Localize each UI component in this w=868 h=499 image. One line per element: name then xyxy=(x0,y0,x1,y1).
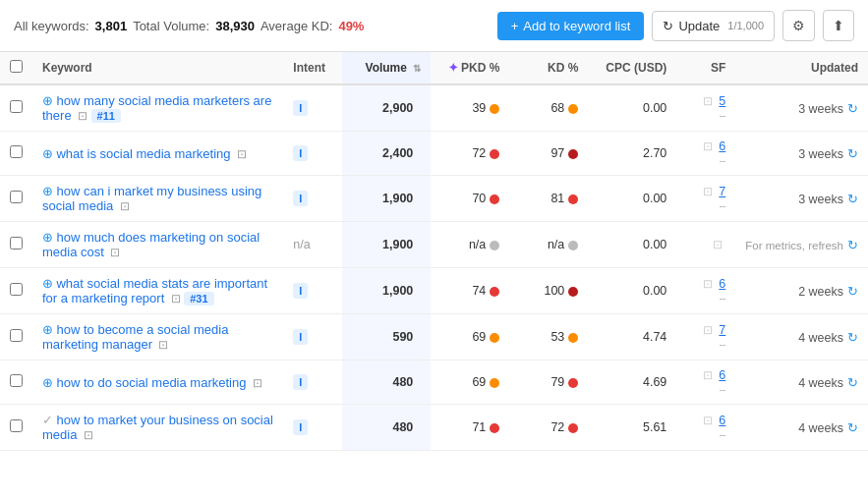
add-keyword-icon[interactable]: ⊕ xyxy=(42,323,53,337)
serp-small-icon[interactable]: ⊡ xyxy=(703,94,713,108)
intent-cell: I xyxy=(283,405,342,451)
keyword-link[interactable]: how to do social media marketing xyxy=(56,375,246,390)
sf-value[interactable]: 6 xyxy=(719,139,725,153)
serp-icon[interactable]: ⊡ xyxy=(78,109,87,123)
sf-value[interactable]: 7 xyxy=(719,323,725,337)
serp-icon[interactable]: ⊡ xyxy=(84,428,93,442)
row-checkbox-cell[interactable] xyxy=(0,176,32,222)
volume-cell: 2,900 xyxy=(342,84,431,132)
sf-value[interactable]: 6 xyxy=(719,277,725,291)
add-keyword-icon[interactable]: ⊕ xyxy=(42,94,53,108)
intent-cell: n/a xyxy=(283,222,342,268)
row-checkbox-cell[interactable] xyxy=(0,222,32,268)
row-checkbox-cell[interactable] xyxy=(0,360,32,405)
pkd-col-header[interactable]: ✦ PKD % xyxy=(431,52,509,84)
intent-col-header: Intent xyxy=(283,52,342,84)
updated-cell: 2 weeks↻ xyxy=(735,268,868,314)
updated-cell: 3 weeks↻ xyxy=(735,84,868,132)
row-checkbox[interactable] xyxy=(10,191,23,203)
pkd-dot xyxy=(490,149,499,159)
volume-sort-icon: ⇅ xyxy=(413,63,421,74)
sf-value[interactable]: 5 xyxy=(719,94,725,108)
keyword-link[interactable]: what is social media marketing xyxy=(56,146,230,161)
table-row: ⊕ how to become a social media marketing… xyxy=(0,314,868,360)
refresh-icon[interactable]: ↻ xyxy=(847,192,858,206)
sf-value[interactable]: 7 xyxy=(719,185,725,198)
keyword-link[interactable]: how can i market my business using socia… xyxy=(42,184,261,213)
refresh-icon[interactable]: ↻ xyxy=(847,420,858,435)
pkd-dot xyxy=(490,194,499,204)
add-to-keyword-list-button[interactable]: + Add to keyword list xyxy=(497,12,645,40)
row-checkbox[interactable] xyxy=(10,374,23,387)
refresh-icon[interactable]: ↻ xyxy=(847,375,858,390)
metrics-refresh-icon[interactable]: ↻ xyxy=(847,238,858,252)
row-checkbox[interactable] xyxy=(10,329,23,342)
add-keyword-icon[interactable]: ⊕ xyxy=(42,277,53,291)
add-keyword-icon[interactable]: ✓ xyxy=(42,414,53,427)
add-keyword-icon[interactable]: ⊕ xyxy=(42,231,53,245)
top-actions: + Add to keyword list ↻ Update 1/1,000 ⚙… xyxy=(497,10,854,41)
updated-cell: For metrics, refresh↻ xyxy=(735,222,868,268)
keyword-link[interactable]: how to market your business on social me… xyxy=(42,413,273,442)
add-keyword-icon[interactable]: ⊕ xyxy=(42,376,53,390)
row-checkbox[interactable] xyxy=(10,100,23,113)
refresh-icon[interactable]: ↻ xyxy=(847,146,858,161)
serp-small-icon[interactable]: ⊡ xyxy=(703,185,713,198)
serp-icon[interactable]: ⊡ xyxy=(237,147,247,161)
update-button[interactable]: ↻ Update 1/1,000 xyxy=(652,11,775,41)
cpc-cell: 4.74 xyxy=(588,314,676,360)
row-checkbox[interactable] xyxy=(10,237,23,250)
kd-col-header[interactable]: KD % xyxy=(509,52,588,84)
row-checkbox-cell[interactable] xyxy=(0,405,32,451)
refresh-icon[interactable]: ↻ xyxy=(847,330,858,345)
serp-small-icon[interactable]: ⊡ xyxy=(703,277,713,291)
sf-sub: -- xyxy=(720,110,726,121)
row-checkbox-cell[interactable] xyxy=(0,84,32,132)
serp-icon[interactable]: ⊡ xyxy=(171,292,181,305)
row-checkbox[interactable] xyxy=(10,283,23,296)
serp-small-icon[interactable]: ⊡ xyxy=(703,139,713,153)
keyword-link[interactable]: how many social media marketers are ther… xyxy=(42,93,271,123)
settings-button[interactable]: ⚙ xyxy=(782,10,815,41)
serp-icon[interactable]: ⊡ xyxy=(120,199,130,213)
pkd-dot xyxy=(490,287,499,297)
keyword-link[interactable]: how much does marketing on social media … xyxy=(42,230,260,259)
volume-col-header[interactable]: Volume ⇅ xyxy=(342,52,431,84)
kd-dot xyxy=(568,378,578,388)
select-all-th[interactable] xyxy=(0,52,32,84)
plus-icon: + xyxy=(511,19,519,33)
sf-value[interactable]: 6 xyxy=(719,368,725,382)
total-volume-value: 38,930 xyxy=(215,19,255,33)
intent-cell: I xyxy=(283,314,342,360)
row-checkbox-cell[interactable] xyxy=(0,314,32,360)
serp-small-icon[interactable]: ⊡ xyxy=(703,323,713,337)
row-checkbox-cell[interactable] xyxy=(0,268,32,314)
refresh-icon[interactable]: ↻ xyxy=(847,284,858,299)
serp-icon[interactable]: ⊡ xyxy=(253,376,262,390)
intent-badge: I xyxy=(293,419,308,435)
intent-cell: I xyxy=(283,132,342,176)
serp-icon[interactable]: ⊡ xyxy=(110,246,120,259)
keyword-cell: ⊕ what is social media marketing ⊡ xyxy=(32,132,283,176)
intent-badge: I xyxy=(293,100,308,116)
refresh-icon[interactable]: ↻ xyxy=(847,101,858,116)
keyword-link[interactable]: how to become a social media marketing m… xyxy=(42,322,228,352)
pkd-dot xyxy=(490,333,499,343)
keyword-link[interactable]: what social media stats are important fo… xyxy=(42,276,267,305)
pkd-dot xyxy=(490,378,499,388)
serp-small-icon[interactable]: ⊡ xyxy=(703,368,713,382)
add-keyword-icon[interactable]: ⊕ xyxy=(42,147,53,161)
serp-small-icon[interactable]: ⊡ xyxy=(703,414,713,427)
table-header-row: Keyword Intent Volume ⇅ ✦ PKD % KD % CPC… xyxy=(0,52,868,84)
all-keywords-value: 3,801 xyxy=(95,19,128,33)
serp-icon[interactable]: ⊡ xyxy=(158,338,168,352)
intent-cell: I xyxy=(283,360,342,405)
export-button[interactable]: ⬆ xyxy=(823,10,854,41)
row-checkbox[interactable] xyxy=(10,419,23,432)
serp-small-icon[interactable]: ⊡ xyxy=(713,238,723,251)
add-keyword-icon[interactable]: ⊕ xyxy=(42,185,53,198)
select-all-checkbox[interactable] xyxy=(10,60,23,73)
row-checkbox[interactable] xyxy=(10,145,23,158)
sf-value[interactable]: 6 xyxy=(719,414,725,427)
row-checkbox-cell[interactable] xyxy=(0,132,32,176)
